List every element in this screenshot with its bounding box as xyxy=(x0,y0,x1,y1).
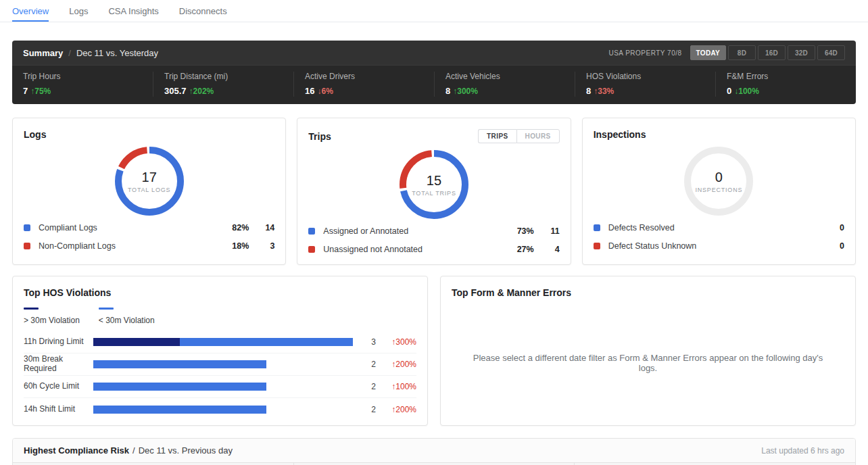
legend-name: Defects Resolved xyxy=(608,223,789,232)
hos-legend-item: > 30m Violation xyxy=(24,308,80,326)
bar-segment-over-30m xyxy=(93,338,180,346)
hos-violation-count: 2 xyxy=(358,360,376,369)
hos-violation-change: ↑200% xyxy=(381,360,416,369)
legend-percent: 82% xyxy=(219,223,249,232)
legend-item: Defect Status Unknown0 xyxy=(594,237,844,255)
metric-label: Trip Hours xyxy=(23,72,142,81)
summary-date-subtitle: Dec 11 vs. Yesterday xyxy=(76,48,158,58)
metric-change: ↓100% xyxy=(734,87,759,96)
tab-overview[interactable]: Overview xyxy=(12,0,49,22)
metric-value: 305.7 xyxy=(164,86,187,96)
date-range-buttons: TODAY8D16D32D64D xyxy=(690,45,845,60)
legend-count: 0 xyxy=(819,223,844,232)
hos-violation-count: 2 xyxy=(358,405,376,414)
summary-separator: / xyxy=(68,48,71,58)
legend-count: 4 xyxy=(534,245,560,254)
legend-count: 11 xyxy=(534,226,560,236)
compliance-title: Highest Compliance Risk xyxy=(24,445,129,456)
legend-swatch xyxy=(308,246,315,253)
hos-violation-row: 60h Cycle Limit2↑100% xyxy=(24,376,416,398)
hos-violation-label: 11h Driving Limit xyxy=(24,337,88,347)
trips-donut-wrap: 15 TOTAL TRIPS xyxy=(397,147,471,222)
range-button-today[interactable]: TODAY xyxy=(690,45,726,60)
form-card-header: Top Form & Manner Errors xyxy=(452,287,844,298)
toggle-trips-button[interactable]: TRIPS xyxy=(478,129,516,143)
hos-legend-label: < 30m Violation xyxy=(99,316,155,325)
hos-violation-label: 60h Cycle Limit xyxy=(24,382,88,391)
compliance-date-subtitle: Dec 11 vs. Previous day xyxy=(139,445,233,456)
metric-change: ↑75% xyxy=(30,87,51,96)
legend-count: 3 xyxy=(249,241,274,251)
legend-percent: 73% xyxy=(504,226,534,236)
inspections-card-header: Inspections xyxy=(594,129,844,140)
legend-count: 0 xyxy=(819,241,844,251)
metric-cell: Active Vehicles8↑300% xyxy=(434,72,575,97)
metric-value-line: 7↑75% xyxy=(23,84,142,97)
compliance-risk-section: Highest Compliance Risk / Dec 11 vs. Pre… xyxy=(12,438,856,465)
summary-header-right: USA PROPERTY 70/8 TODAY8D16D32D64D xyxy=(608,45,845,60)
trips-card: Trips TRIPS HOURS 15 TOTAL TRIPS Assigne… xyxy=(297,118,571,265)
legend-count: 14 xyxy=(249,223,274,232)
legend-name: Defect Status Unknown xyxy=(608,241,789,251)
hos-violations-card: Top HOS Violations > 30m Violation< 30m … xyxy=(12,276,428,426)
dashboard-page: OverviewLogsCSA InsightsDisconnects Summ… xyxy=(0,0,868,465)
metric-value: 8 xyxy=(445,86,450,96)
summary-title: Summary xyxy=(23,48,63,58)
inspections-card-title: Inspections xyxy=(594,129,646,140)
trips-hours-toggle: TRIPS HOURS xyxy=(478,129,560,143)
range-button-32d[interactable]: 32D xyxy=(788,45,815,60)
hos-violation-label: 14h Shift Limit xyxy=(24,405,88,414)
hos-card-header: Top HOS Violations xyxy=(24,287,416,298)
legend-percent: 18% xyxy=(219,241,249,251)
legend-name: Unassigned not Annotated xyxy=(323,245,504,254)
metric-value: 0 xyxy=(727,86,731,96)
range-button-8d[interactable]: 8D xyxy=(728,45,756,60)
hos-violation-count: 3 xyxy=(358,337,376,347)
logs-card: Logs 17 TOTAL LOGS Compliant Logs82%14No… xyxy=(12,118,286,265)
form-card-title: Top Form & Manner Errors xyxy=(452,287,571,298)
legend-swatch xyxy=(308,228,315,235)
tab-logs[interactable]: Logs xyxy=(69,0,88,22)
metric-label: F&M Errors xyxy=(727,72,845,81)
hos-violation-bar xyxy=(93,383,353,391)
metric-cell: HOS Violations8↑33% xyxy=(575,72,715,97)
logs-legend: Compliant Logs82%14Non-Compliant Logs18%… xyxy=(24,218,274,255)
metric-value: 7 xyxy=(23,86,28,96)
middle-cards-row: Top HOS Violations > 30m Violation< 30m … xyxy=(12,276,856,426)
metric-change: ↑33% xyxy=(594,87,614,96)
property-scope-label: USA PROPERTY 70/8 xyxy=(608,49,681,57)
hos-violation-row: 11h Driving Limit3↑300% xyxy=(24,331,416,353)
hos-legend-label: > 30m Violation xyxy=(24,316,80,325)
form-manner-errors-card: Top Form & Manner Errors Please select a… xyxy=(440,276,856,426)
metric-value-line: 0↓100% xyxy=(727,84,845,97)
metric-value: 8 xyxy=(586,86,591,96)
bar-segment-under-30m xyxy=(93,383,266,391)
legend-swatch xyxy=(594,243,600,249)
legend-swatch xyxy=(24,243,30,249)
inspections-legend: Defects Resolved0Defect Status Unknown0 xyxy=(594,218,844,255)
top-nav: OverviewLogsCSA InsightsDisconnects xyxy=(0,0,868,22)
metric-change: ↑300% xyxy=(453,87,478,96)
metric-value-line: 8↑33% xyxy=(586,84,704,97)
range-button-64d[interactable]: 64D xyxy=(817,45,845,60)
hos-legend: > 30m Violation< 30m Violation xyxy=(24,308,416,326)
toggle-hours-button[interactable]: HOURS xyxy=(516,129,560,143)
hos-violation-change: ↑300% xyxy=(381,337,416,347)
trips-card-title: Trips xyxy=(308,131,331,142)
summary-metrics: Trip Hours7↑75%Trip Distance (mi)305.7↑2… xyxy=(12,65,856,104)
tab-csa-insights[interactable]: CSA Insights xyxy=(108,0,158,22)
hos-violation-bar xyxy=(93,406,353,414)
last-updated-label: Last updated 6 hrs ago xyxy=(761,446,844,456)
bar-segment-under-30m xyxy=(93,406,266,414)
tab-disconnects[interactable]: Disconnects xyxy=(179,0,227,22)
metric-change: ↑202% xyxy=(189,87,214,96)
range-button-16d[interactable]: 16D xyxy=(758,45,786,60)
hos-violation-bar xyxy=(93,360,353,368)
legend-item: Unassigned not Annotated27%4 xyxy=(308,240,559,258)
metric-label: Active Drivers xyxy=(305,72,423,81)
metric-value: 16 xyxy=(305,86,314,96)
hos-legend-item: < 30m Violation xyxy=(99,308,155,326)
inspections-donut-wrap: 0 INSPECTIONS xyxy=(681,144,756,218)
legend-name: Non-Compliant Logs xyxy=(39,241,219,251)
legend-percent: 27% xyxy=(504,245,534,254)
